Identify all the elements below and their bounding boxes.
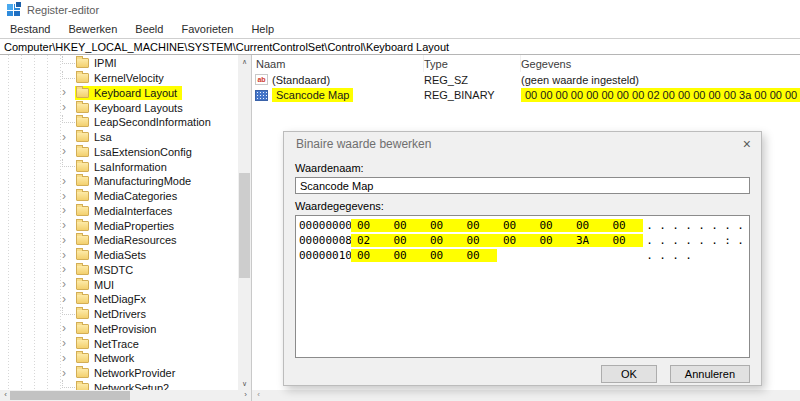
hex-editor[interactable]: 000000000000000000000000........00000008… — [295, 215, 750, 358]
ok-button[interactable]: OK — [601, 365, 657, 383]
tree-item-lsainformation[interactable]: LsaInformation — [0, 159, 238, 174]
list-horizontal-scrollbar[interactable]: ‹ — [252, 390, 800, 401]
expand-chevron-icon[interactable]: › — [62, 353, 75, 364]
hex-ascii-char: . — [682, 234, 695, 247]
hex-byte: 00 — [424, 234, 461, 247]
tree-vscroll-thumb[interactable] — [239, 173, 250, 278]
tree-vertical-scrollbar[interactable]: ∧ ∨ — [238, 55, 251, 390]
tree-item-mediainterfaces[interactable]: ›MediaInterfaces — [0, 204, 238, 219]
hex-byte: 00 — [424, 219, 461, 232]
tree-item-content: MediaCategories — [75, 189, 182, 203]
folder-icon — [76, 191, 89, 201]
folder-icon — [76, 368, 89, 378]
hex-byte: 00 — [388, 219, 425, 232]
expand-chevron-icon[interactable]: › — [62, 294, 75, 305]
expand-chevron-icon[interactable]: › — [62, 176, 75, 187]
expand-chevron-icon[interactable]: › — [62, 338, 75, 349]
expand-chevron-icon[interactable]: › — [62, 132, 75, 143]
folder-icon — [76, 353, 89, 363]
tree-item-ipmi[interactable]: IPMI — [0, 56, 238, 71]
menu-item-beeld[interactable]: Beeld — [126, 23, 172, 35]
expand-chevron-icon[interactable]: › — [62, 279, 75, 290]
expand-chevron-icon[interactable]: › — [62, 102, 75, 113]
value-name-input[interactable] — [295, 177, 750, 194]
hex-byte: 00 — [607, 219, 644, 232]
tree-item-content: LsaInformation — [75, 160, 172, 174]
scroll-down-icon[interactable]: ∨ — [238, 377, 251, 390]
folder-icon — [76, 235, 89, 245]
hex-ascii-char: . — [669, 219, 682, 232]
tree-item-lsaextensionconfig[interactable]: ›LsaExtensionConfig — [0, 145, 238, 160]
expand-chevron-icon[interactable]: › — [62, 220, 75, 231]
hex-ascii-char: . — [695, 219, 708, 232]
tree-item-nettrace[interactable]: ›NetTrace — [0, 336, 238, 351]
hex-ascii-char: . — [682, 219, 695, 232]
hex-byte: 00 — [388, 234, 425, 247]
tree-item-keyboard-layouts[interactable]: ›Keyboard Layouts — [0, 100, 238, 115]
registry-value-row[interactable]: Scancode MapREG_BINARY00 00 00 00 00 00 … — [252, 88, 800, 104]
tree-item-mediacategories[interactable]: ›MediaCategories — [0, 189, 238, 204]
tree-hscroll-thumb[interactable] — [10, 391, 130, 400]
value-data-cell: (geen waarde ingesteld) — [521, 74, 800, 86]
menu-item-bestand[interactable]: Bestand — [1, 23, 59, 35]
menu-item-favorieten[interactable]: Favorieten — [172, 23, 242, 35]
expand-chevron-icon[interactable]: › — [62, 323, 75, 334]
tree-item-netdiagfx[interactable]: ›NetDiagFx — [0, 292, 238, 307]
tree-item-mui[interactable]: ›MUI — [0, 277, 238, 292]
tree-item-mediaproperties[interactable]: ›MediaProperties — [0, 218, 238, 233]
tree-item-netdrivers[interactable]: NetDrivers — [0, 307, 238, 322]
expand-chevron-icon[interactable]: › — [62, 87, 75, 98]
hex-ascii-char: . — [708, 219, 721, 232]
folder-icon — [76, 132, 89, 142]
expand-chevron-icon[interactable]: › — [62, 250, 75, 261]
tree-item-kernelvelocity[interactable]: KernelVelocity — [0, 71, 238, 86]
expand-chevron-icon[interactable]: › — [62, 264, 75, 275]
tree-item-content: LeapSecondInformation — [75, 115, 216, 129]
tree-item-mediaresources[interactable]: ›MediaResources — [0, 233, 238, 248]
registry-value-row[interactable]: ab(Standaard)REG_SZ(geen waarde ingestel… — [252, 72, 800, 88]
column-header-type[interactable]: Type — [424, 55, 521, 72]
tree-item-network[interactable]: ›Network — [0, 351, 238, 366]
menu-bar: BestandBewerkenBeeldFavorietenHelp — [0, 20, 800, 38]
hex-address: 00000010 — [296, 249, 351, 262]
scroll-right-icon[interactable]: › — [240, 390, 251, 401]
tree-item-leapsecondinformation[interactable]: LeapSecondInformation — [0, 115, 238, 130]
hex-byte: 00 — [461, 219, 498, 232]
tree-horizontal-scrollbar[interactable]: ‹ › — [0, 390, 251, 401]
column-header-name[interactable]: Naam — [252, 55, 424, 72]
tree-item-manufacturingmode[interactable]: ›ManufacturingMode — [0, 174, 238, 189]
value-data-cell: 00 00 00 00 00 00 00 00 02 00 00 00 00 0… — [521, 89, 800, 101]
tree-item-content: ManufacturingMode — [75, 174, 196, 188]
expand-chevron-icon[interactable]: › — [62, 205, 75, 216]
tree-item-keyboard-layout[interactable]: ›Keyboard Layout — [0, 86, 238, 101]
tree-item-networkprovider[interactable]: ›NetworkProvider — [0, 366, 238, 381]
scroll-left-icon[interactable]: ‹ — [253, 390, 264, 401]
tree-item-label: NetTrace — [94, 338, 139, 350]
tree-item-netprovision[interactable]: ›NetProvision — [0, 322, 238, 337]
tree-item-networksetup2[interactable]: NetworkSetup2 — [0, 381, 238, 391]
menu-item-help[interactable]: Help — [242, 23, 283, 35]
address-bar[interactable]: Computer\HKEY_LOCAL_MACHINE\SYSTEM\Curre… — [0, 38, 800, 55]
expand-chevron-icon[interactable]: › — [62, 191, 75, 202]
tree-item-label: Keyboard Layouts — [94, 102, 183, 114]
folder-icon — [76, 265, 89, 275]
tree-item-mediasets[interactable]: ›MediaSets — [0, 248, 238, 263]
folder-icon — [76, 294, 89, 304]
expand-chevron-icon[interactable]: › — [62, 235, 75, 246]
tree-item-lsa[interactable]: ›Lsa — [0, 130, 238, 145]
tree-item-label: MediaInterfaces — [94, 205, 172, 217]
dialog-body: Waardenaam: Waardegegevens: 000000000000… — [284, 162, 761, 383]
cancel-button[interactable]: Annuleren — [670, 365, 750, 383]
close-icon[interactable]: × — [743, 137, 751, 151]
value-name-cell: Scancode Map — [252, 88, 424, 102]
scroll-up-icon[interactable]: ∧ — [238, 55, 251, 68]
folder-icon — [76, 206, 89, 216]
tree-item-content: MSDTC — [75, 263, 138, 277]
hex-ascii-char: . — [669, 249, 682, 262]
column-header-data[interactable]: Gegevens — [521, 55, 800, 72]
expand-chevron-icon[interactable]: › — [62, 146, 75, 157]
tree-item-msdtc[interactable]: ›MSDTC — [0, 263, 238, 278]
expand-chevron-icon[interactable]: › — [62, 368, 75, 379]
menu-item-bewerken[interactable]: Bewerken — [59, 23, 126, 35]
hex-ascii-char: . — [643, 219, 656, 232]
